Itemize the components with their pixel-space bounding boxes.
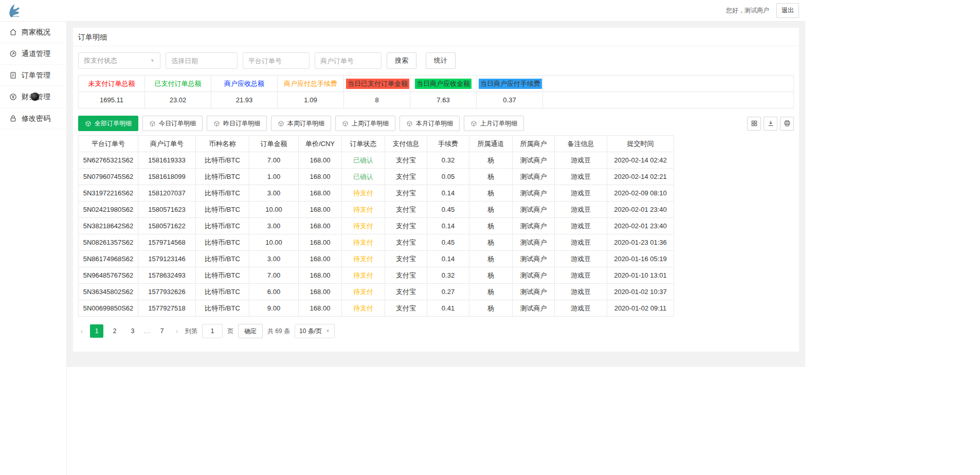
- page-size-value: 10 条/页: [299, 327, 322, 336]
- search-button[interactable]: 搜索: [387, 52, 416, 69]
- tab-label: 昨日订单明细: [223, 119, 260, 128]
- confirm-button[interactable]: 确定: [238, 324, 263, 338]
- jump-page-input[interactable]: [202, 324, 223, 338]
- cell: 0.32: [427, 267, 469, 284]
- page-size-select[interactable]: 10 条/页▼: [295, 324, 335, 338]
- cell: 168.00: [299, 284, 342, 300]
- tab-all[interactable]: 全部订单明细: [78, 116, 138, 131]
- sidebar-item-orders[interactable]: 订单管理: [0, 65, 66, 86]
- cell: 0.45: [427, 234, 469, 251]
- cell: 5N36345802S62: [79, 284, 138, 300]
- page-button-2[interactable]: 2: [108, 324, 121, 338]
- cell: 168.00: [299, 267, 342, 284]
- merchant-order-input[interactable]: [315, 52, 382, 69]
- stats-button[interactable]: 统计: [426, 52, 456, 69]
- summary-header-today-receivable: 当日商户应收金额: [410, 76, 477, 92]
- cell: 测试商户: [513, 234, 555, 251]
- table-row: 5N00699850S621577927518比特币/BTC9.00168.00…: [79, 300, 674, 317]
- summary-header-today-fee: 当日商户应付手续费: [477, 76, 543, 92]
- print-button[interactable]: [780, 117, 794, 131]
- sidebar: 商家概况通道管理订单管理财务管理修改密码: [0, 22, 67, 475]
- date-input[interactable]: [166, 52, 238, 69]
- page-button-3[interactable]: 3: [126, 324, 139, 338]
- tab-last-month[interactable]: 上月订单明细: [464, 116, 524, 131]
- cell: 1577932626: [138, 284, 196, 300]
- cell: 7.00: [249, 152, 299, 169]
- summary-value-today-fee: 0.37: [477, 92, 543, 108]
- tab-last-week[interactable]: 上周订单明细: [335, 116, 395, 131]
- column-header-1: 商户订单号: [138, 136, 196, 152]
- tab-yesterday[interactable]: 昨日订单明细: [207, 116, 267, 131]
- logo: [6, 2, 23, 20]
- summary-label: 当日商户应收金额: [415, 79, 471, 89]
- cell: 杨: [469, 152, 513, 169]
- logout-button[interactable]: 退出: [776, 3, 799, 18]
- page-button-1[interactable]: 1: [90, 324, 103, 338]
- cell: 比特币/BTC: [196, 300, 249, 317]
- sidebar-item-channels[interactable]: 通道管理: [0, 43, 66, 65]
- payment-status-value: 按支付状态: [84, 56, 117, 65]
- orders-table: 平台订单号商户订单号币种名称订单金额单价/CNY订单状态支付信息手续费所属通道所…: [78, 135, 674, 317]
- cell: 5N31972216S62: [79, 185, 138, 202]
- tab-this-week[interactable]: 本周订单明细: [271, 116, 331, 131]
- cell: 0.14: [427, 185, 469, 202]
- cell: 168.00: [299, 300, 342, 317]
- export-button[interactable]: [764, 117, 777, 131]
- cell: 杨: [469, 169, 513, 185]
- cell: 5N07960745S62: [79, 169, 138, 185]
- tab-label: 上月订单明细: [480, 119, 517, 128]
- cell: 比特币/BTC: [196, 284, 249, 300]
- cell: 测试商户: [513, 152, 555, 169]
- tab-today[interactable]: 今日订单明细: [142, 116, 203, 131]
- cell: 5N38218642S62: [79, 218, 138, 234]
- cell: 杨: [469, 185, 513, 202]
- order-icon: [9, 71, 17, 79]
- lock-icon: [9, 115, 17, 122]
- column-filter-button[interactable]: [747, 117, 761, 131]
- table-row: 5N36345802S621577932626比特币/BTC6.00168.00…: [79, 284, 674, 300]
- finance-icon: [9, 93, 17, 101]
- status-cell: 待支付: [342, 284, 385, 300]
- cell: 5N62765321S62: [79, 152, 138, 169]
- chevron-down-icon: ▼: [325, 328, 330, 334]
- prev-page-button[interactable]: ‹: [78, 324, 85, 338]
- cell: 比特币/BTC: [196, 218, 249, 234]
- sidebar-item-password[interactable]: 修改密码: [0, 108, 66, 130]
- sidebar-item-overview[interactable]: 商家概况: [0, 22, 66, 43]
- status-cell: 已确认: [342, 169, 385, 185]
- sidebar-item-label: 修改密码: [22, 114, 50, 123]
- page-button-7[interactable]: 7: [155, 324, 169, 338]
- column-header-9: 所属商户: [513, 136, 555, 152]
- print-icon: [784, 120, 791, 127]
- payment-status-select[interactable]: 按支付状态 ▼: [78, 52, 160, 69]
- cell: 游戏豆: [555, 202, 607, 218]
- cell: 支付宝: [385, 234, 427, 251]
- status-cell: 待支付: [342, 251, 385, 267]
- cell: 10.00: [249, 234, 299, 251]
- platform-order-input[interactable]: [243, 52, 310, 69]
- cell: 游戏豆: [555, 169, 607, 185]
- cursor-indicator: [31, 93, 39, 101]
- status-cell: 待支付: [342, 218, 385, 234]
- summary-section: 未支付订单总额已支付订单总额商户应收总额商户应付总手续费当日已支付订单金额当日商…: [73, 74, 799, 108]
- tab-this-month[interactable]: 本月订单明细: [400, 116, 460, 131]
- cell: 5N02421980S62: [79, 202, 138, 218]
- cell: 1579123146: [138, 251, 196, 267]
- cell: 测试商户: [513, 300, 555, 317]
- cell: 游戏豆: [555, 234, 607, 251]
- cell: 比特币/BTC: [196, 152, 249, 169]
- summary-label: 当日已支付订单金额: [346, 79, 409, 89]
- cell: 支付宝: [385, 267, 427, 284]
- cell: 游戏豆: [555, 152, 607, 169]
- status-cell: 待支付: [342, 234, 385, 251]
- cell: 2020-02-09 08:10: [607, 185, 674, 202]
- cell: 168.00: [299, 152, 342, 169]
- cell: 游戏豆: [555, 251, 607, 267]
- tabs-row: 全部订单明细今日订单明细昨日订单明细本周订单明细上周订单明细本月订单明细上月订单…: [73, 108, 799, 135]
- sidebar-item-label: 商家概况: [22, 28, 50, 37]
- cell: 支付宝: [385, 202, 427, 218]
- cube-icon: [149, 120, 156, 127]
- tab-label: 本月订单明细: [416, 119, 453, 128]
- status-cell: 待支付: [342, 202, 385, 218]
- next-page-button[interactable]: ›: [173, 324, 180, 338]
